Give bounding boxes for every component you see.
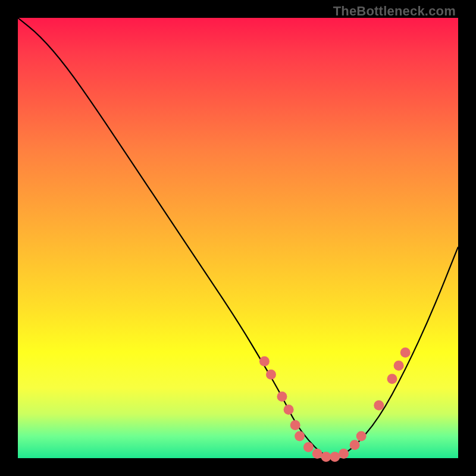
bottleneck-curve-line (18, 18, 458, 457)
marker-point (266, 369, 276, 380)
marker-point (295, 431, 305, 441)
marker-point (374, 400, 384, 411)
watermark-text: TheBottleneck.com (333, 4, 456, 19)
marker-point (339, 449, 349, 459)
marker-point (394, 361, 404, 371)
marker-point (290, 420, 300, 430)
marker-point (321, 452, 331, 462)
marker-point (259, 356, 270, 367)
marker-point (387, 374, 397, 384)
marker-point (356, 431, 367, 441)
marker-point (277, 392, 287, 402)
marker-point (350, 440, 360, 450)
marker-point (303, 442, 314, 452)
marker-point (330, 452, 340, 462)
bottleneck-markers (259, 347, 411, 462)
marker-point (312, 449, 322, 459)
marker-point (284, 405, 294, 415)
marker-point (400, 347, 411, 358)
bottleneck-chart (18, 18, 458, 458)
